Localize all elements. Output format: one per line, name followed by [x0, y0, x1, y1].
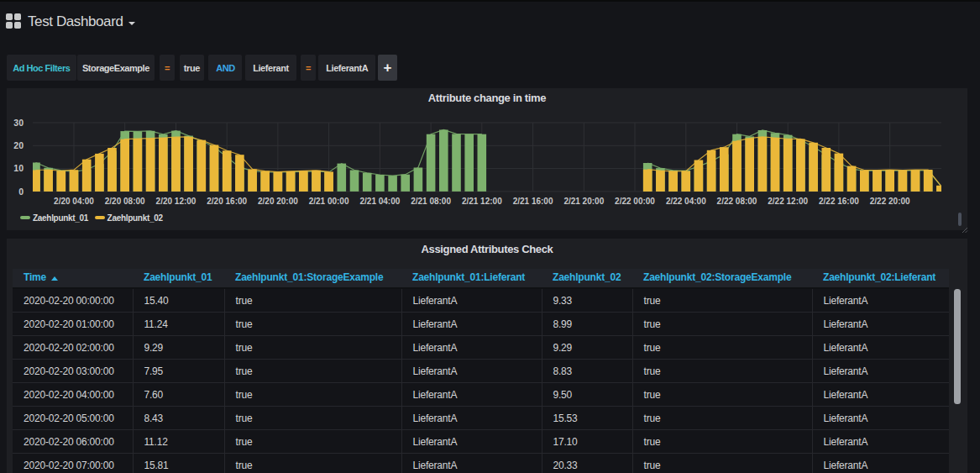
svg-text:2/22 20:00: 2/22 20:00 — [870, 197, 910, 206]
svg-text:2/22 16:00: 2/22 16:00 — [819, 197, 859, 206]
svg-text:0: 0 — [18, 187, 24, 197]
svg-text:2/22 08:00: 2/22 08:00 — [717, 197, 757, 206]
svg-text:2/21 04:00: 2/21 04:00 — [359, 197, 400, 206]
svg-text:2/21 16:00: 2/21 16:00 — [513, 197, 553, 206]
svg-text:2/20 04:00: 2/20 04:00 — [54, 197, 94, 206]
svg-text:2/22 00:00: 2/22 00:00 — [615, 197, 655, 206]
svg-text:2/21 20:00: 2/21 20:00 — [563, 197, 604, 206]
svg-text:20: 20 — [13, 140, 24, 150]
svg-text:2/21 12:00: 2/21 12:00 — [462, 197, 502, 206]
svg-text:2/20 12:00: 2/20 12:00 — [156, 197, 197, 206]
svg-text:30: 30 — [13, 118, 24, 128]
svg-text:2/20 08:00: 2/20 08:00 — [105, 197, 145, 206]
svg-text:2/20 16:00: 2/20 16:00 — [207, 197, 247, 206]
svg-text:2/22 12:00: 2/22 12:00 — [768, 197, 808, 206]
svg-text:2/22 04:00: 2/22 04:00 — [666, 197, 706, 206]
svg-text:2/21 08:00: 2/21 08:00 — [411, 197, 451, 206]
svg-text:2/21 00:00: 2/21 00:00 — [309, 197, 349, 206]
svg-text:2/20 20:00: 2/20 20:00 — [258, 197, 298, 206]
svg-text:10: 10 — [13, 163, 24, 173]
